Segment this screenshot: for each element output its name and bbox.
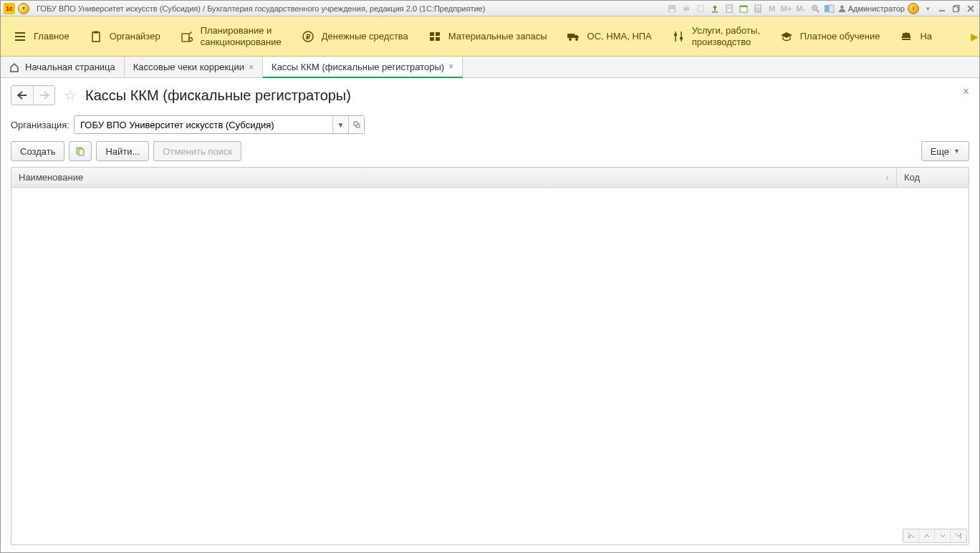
- m-button[interactable]: M: [767, 3, 778, 14]
- svg-rect-17: [825, 5, 829, 12]
- table-body[interactable]: [11, 188, 969, 544]
- svg-rect-5: [712, 11, 718, 13]
- copy-icon: [75, 146, 85, 156]
- svg-point-40: [575, 38, 578, 41]
- svg-rect-12: [756, 6, 760, 7]
- svg-line-14: [817, 10, 819, 12]
- combo-dropdown-button[interactable]: ▼: [332, 116, 348, 133]
- svg-rect-36: [430, 37, 434, 41]
- tab-label: Кассовые чеки коррекции: [133, 62, 244, 72]
- nav-label: Материальные запасы: [448, 31, 547, 42]
- nav-label: Платное обучение: [800, 31, 880, 42]
- calendar-icon[interactable]: [738, 3, 749, 14]
- svg-rect-35: [436, 32, 440, 36]
- nav-planning[interactable]: Планирование и санкционирование: [170, 21, 292, 52]
- nav-label: Услуги, работы, производство: [692, 25, 760, 47]
- cancel-search-button[interactable]: Отменить поиск: [153, 141, 241, 161]
- svg-text:₽: ₽: [306, 33, 311, 41]
- data-table: Наименование ↓ Код: [11, 167, 969, 545]
- column-name[interactable]: Наименование ↓: [11, 168, 897, 187]
- graduation-icon: [780, 30, 793, 43]
- table-paging: [903, 529, 967, 543]
- tab-close-icon[interactable]: ×: [448, 62, 453, 72]
- svg-rect-4: [698, 6, 703, 11]
- m-plus-button[interactable]: M+: [781, 3, 792, 14]
- button-label: Создать: [20, 146, 55, 157]
- calculator-icon[interactable]: [752, 3, 764, 14]
- nav-partial[interactable]: На: [890, 26, 942, 47]
- nav-label: На: [920, 31, 932, 42]
- export-icon[interactable]: [709, 3, 721, 14]
- page-last-button[interactable]: [951, 529, 966, 542]
- nav-services[interactable]: Услуги, работы, производство: [662, 21, 770, 52]
- svg-point-39: [569, 38, 572, 41]
- planning-icon: [181, 30, 193, 43]
- menu-icon: [14, 30, 27, 43]
- page-first-button[interactable]: [903, 529, 919, 542]
- nav-main[interactable]: Главное: [4, 26, 80, 47]
- column-code[interactable]: Код: [897, 168, 969, 187]
- nav-scroll-right[interactable]: ▶: [969, 16, 979, 56]
- user-name: Администратор: [848, 4, 905, 13]
- tab-start-page[interactable]: Начальная страница: [1, 57, 125, 77]
- info-icon[interactable]: i: [908, 3, 919, 14]
- button-label: Еще: [931, 146, 949, 157]
- more-button[interactable]: Еще ▼: [921, 141, 969, 161]
- filter-row: Организация: ▼: [11, 115, 969, 134]
- sort-arrow-icon: ↓: [885, 173, 889, 181]
- nav-inventory[interactable]: Материальные запасы: [418, 26, 557, 47]
- organization-input[interactable]: [75, 116, 332, 133]
- svg-rect-10: [740, 6, 747, 7]
- svg-rect-34: [430, 32, 434, 36]
- truck-icon: [567, 30, 580, 43]
- minimize-button[interactable]: [936, 3, 948, 14]
- page-close-icon[interactable]: ×: [963, 85, 969, 98]
- emblem-icon: [900, 30, 913, 43]
- svg-rect-29: [94, 31, 98, 33]
- nav-assets[interactable]: ОС, НМА, НПА: [557, 26, 662, 47]
- create-button[interactable]: Создать: [11, 141, 64, 161]
- svg-rect-18: [830, 5, 834, 12]
- info-dropdown[interactable]: ▾: [922, 3, 933, 14]
- nav-education[interactable]: Платное обучение: [770, 26, 890, 47]
- document-icon[interactable]: [724, 3, 735, 14]
- favorite-star-icon[interactable]: ☆: [61, 86, 80, 105]
- close-button[interactable]: [965, 3, 976, 14]
- tab-label: Кассы ККМ (фискальные регистраторы): [272, 62, 444, 72]
- panels-icon[interactable]: [824, 3, 835, 14]
- app-icon: 1c: [4, 3, 15, 14]
- page-content: × ☆ Кассы ККМ (фискальные регистраторы) …: [1, 78, 979, 552]
- combo-open-button[interactable]: [348, 116, 364, 133]
- app-menu-button[interactable]: ▾: [18, 3, 29, 14]
- find-button[interactable]: Найти...: [96, 141, 149, 161]
- svg-point-19: [840, 5, 844, 9]
- back-button[interactable]: [11, 86, 33, 105]
- nav-money[interactable]: ₽ Денежные средства: [292, 26, 418, 47]
- nav-organizer[interactable]: Органайзер: [80, 26, 170, 47]
- page-title: Кассы ККМ (фискальные регистраторы): [85, 87, 351, 104]
- preview-icon[interactable]: [695, 3, 706, 14]
- window-titlebar: 1c ▾ ГОБУ ВПО Университет искусств (Субс…: [1, 1, 979, 16]
- organization-combo: ▼: [74, 115, 365, 134]
- user-indicator[interactable]: Администратор: [838, 4, 905, 13]
- nav-label: Главное: [34, 31, 69, 42]
- save-icon[interactable]: [666, 3, 678, 14]
- page-up-button[interactable]: [919, 529, 935, 542]
- page-down-button[interactable]: [935, 529, 951, 542]
- m-minus-button[interactable]: M-: [795, 3, 807, 14]
- svg-rect-1: [670, 9, 674, 11]
- restore-button[interactable]: [951, 3, 962, 14]
- toolbar: Создать Найти... Отменить поиск Еще ▼: [11, 141, 969, 161]
- history-nav: [11, 85, 55, 105]
- copy-button[interactable]: [69, 141, 92, 161]
- boxes-icon: [428, 30, 441, 43]
- print-icon[interactable]: [681, 3, 692, 14]
- nav-label: ОС, НМА, НПА: [587, 31, 652, 42]
- tab-close-icon[interactable]: ×: [249, 62, 254, 72]
- tab-correction-checks[interactable]: Кассовые чеки коррекции ×: [125, 57, 263, 77]
- forward-button[interactable]: [33, 86, 54, 105]
- tab-kkm-registers[interactable]: Кассы ККМ (фискальные регистраторы) ×: [263, 57, 463, 78]
- zoom-icon[interactable]: [810, 3, 821, 14]
- column-label: Код: [904, 172, 920, 183]
- nav-label: Планирование и санкционирование: [201, 25, 282, 47]
